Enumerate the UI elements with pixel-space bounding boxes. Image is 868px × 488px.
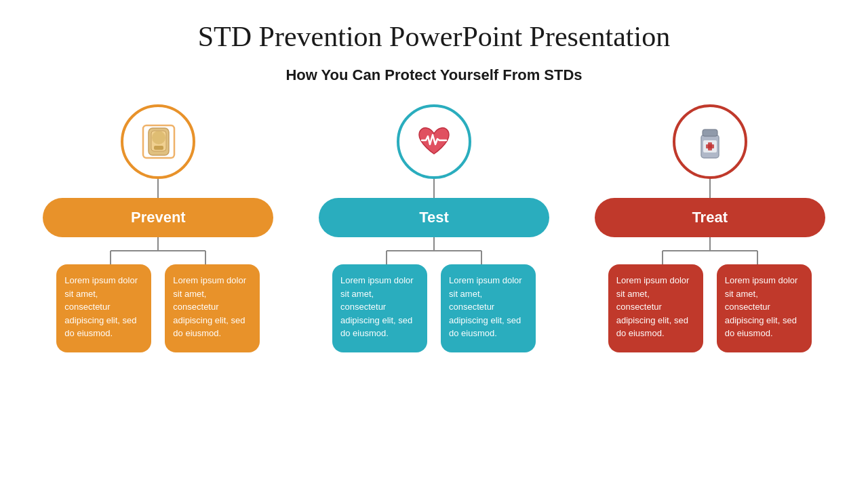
test-icon-circle bbox=[397, 104, 471, 179]
test-sub-boxes: Lorem ipsum dolor sit amet, consectetur … bbox=[332, 264, 536, 352]
prevent-sub-box-2: Lorem ipsum dolor sit amet, consectetur … bbox=[165, 264, 260, 352]
presentation-page: STD Prevention PowerPoint Presentation H… bbox=[0, 0, 868, 488]
column-prevent: Prevent Lorem ipsum dolor sit amet, cons… bbox=[41, 104, 276, 352]
test-pill: Test bbox=[319, 198, 549, 237]
svg-rect-14 bbox=[703, 129, 717, 136]
prevent-sub-box-1: Lorem ipsum dolor sit amet, consectetur … bbox=[56, 264, 151, 352]
test-connector-top bbox=[433, 179, 435, 198]
column-treat: Treat Lorem ipsum dolor sit amet, consec… bbox=[592, 104, 827, 352]
treat-branch-svg bbox=[608, 237, 812, 264]
treat-sub-box-1: Lorem ipsum dolor sit amet, consectetur … bbox=[608, 264, 703, 352]
content-columns: Prevent Lorem ipsum dolor sit amet, cons… bbox=[0, 104, 868, 352]
test-branch-svg bbox=[332, 237, 536, 264]
prevent-connector-top bbox=[157, 179, 159, 198]
prevent-sub-boxes: Lorem ipsum dolor sit amet, consectetur … bbox=[56, 264, 260, 352]
treat-icon-circle bbox=[673, 104, 747, 179]
condom-icon bbox=[136, 120, 180, 164]
heart-monitor-icon bbox=[412, 120, 456, 164]
treat-sub-box-2: Lorem ipsum dolor sit amet, consectetur … bbox=[717, 264, 812, 352]
test-sub-box-1: Lorem ipsum dolor sit amet, consectetur … bbox=[332, 264, 427, 352]
svg-rect-17 bbox=[706, 144, 714, 148]
prevent-branch-wrapper: Lorem ipsum dolor sit amet, consectetur … bbox=[41, 237, 276, 352]
column-test: Test Lorem ipsum dolor sit amet, consect… bbox=[317, 104, 552, 352]
treat-connector-top bbox=[709, 179, 711, 198]
treat-branch-wrapper: Lorem ipsum dolor sit amet, consectetur … bbox=[592, 237, 827, 352]
subtitle: How You Can Protect Yourself From STDs bbox=[285, 66, 582, 84]
svg-point-2 bbox=[152, 131, 165, 144]
treat-pill: Treat bbox=[595, 198, 825, 237]
svg-rect-3 bbox=[154, 146, 163, 150]
test-branch-wrapper: Lorem ipsum dolor sit amet, consectetur … bbox=[317, 237, 552, 352]
medicine-icon bbox=[688, 120, 732, 164]
test-sub-box-2: Lorem ipsum dolor sit amet, consectetur … bbox=[441, 264, 536, 352]
prevent-icon-circle bbox=[121, 104, 195, 179]
main-title: STD Prevention PowerPoint Presentation bbox=[198, 20, 670, 53]
treat-sub-boxes: Lorem ipsum dolor sit amet, consectetur … bbox=[608, 264, 812, 352]
prevent-branch-svg bbox=[56, 237, 260, 264]
prevent-pill: Prevent bbox=[43, 198, 273, 237]
